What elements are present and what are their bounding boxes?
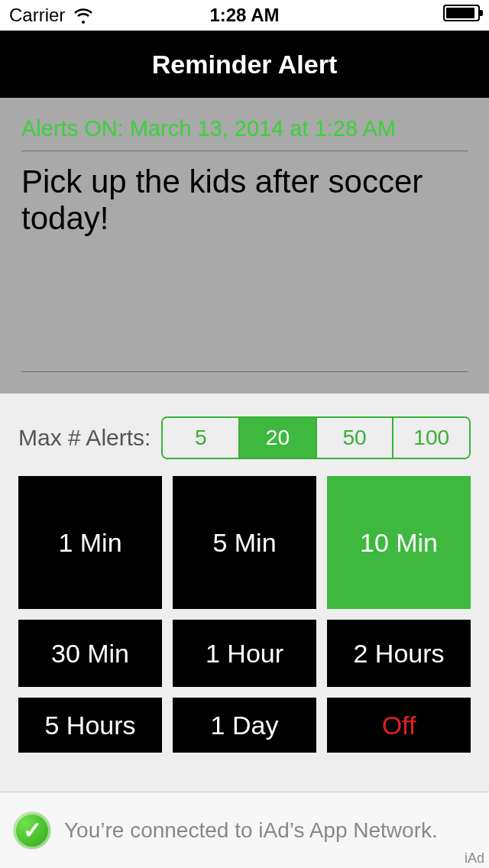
- nav-bar: Reminder Alert: [0, 31, 489, 98]
- alerts-status: Alerts ON: March 13, 2014 at 1:28 AM: [21, 116, 468, 141]
- interval-grid: 1 Min 5 Min 10 Min 30 Min 1 Hour 2 Hours…: [18, 476, 471, 753]
- interval-1-hour[interactable]: 1 Hour: [173, 620, 316, 687]
- status-bar: Carrier 1:28 AM: [0, 0, 489, 31]
- max-alerts-option-100[interactable]: 100: [393, 418, 469, 458]
- carrier-label: Carrier: [9, 5, 65, 26]
- ad-banner[interactable]: ✓ You’re connected to iAd’s App Network.…: [0, 792, 489, 868]
- iad-label: iAd: [465, 850, 484, 866]
- max-alerts-segmented[interactable]: 5 20 50 100: [161, 416, 471, 459]
- wifi-icon: [73, 7, 94, 24]
- divider: [21, 371, 468, 372]
- interval-off[interactable]: Off: [327, 698, 471, 753]
- interval-30-min[interactable]: 30 Min: [18, 620, 162, 687]
- interval-10-min[interactable]: 10 Min: [327, 476, 471, 609]
- controls-panel: Max # Alerts: 5 20 50 100 1 Min 5 Min 10…: [0, 394, 489, 753]
- max-alerts-option-20[interactable]: 20: [240, 418, 317, 458]
- max-alerts-label: Max # Alerts:: [18, 425, 151, 451]
- reminder-text: Pick up the kids after soccer today!: [21, 164, 468, 362]
- status-time: 1:28 AM: [209, 5, 279, 26]
- interval-1-min[interactable]: 1 Min: [18, 476, 162, 609]
- battery-icon: [443, 5, 480, 26]
- ad-text: You’re connected to iAd’s App Network.: [64, 818, 438, 843]
- interval-5-hours[interactable]: 5 Hours: [18, 698, 162, 753]
- check-icon: ✓: [14, 812, 50, 849]
- interval-2-hours[interactable]: 2 Hours: [327, 620, 471, 687]
- interval-1-day[interactable]: 1 Day: [173, 698, 316, 753]
- max-alerts-option-5[interactable]: 5: [163, 418, 240, 458]
- status-left: Carrier: [9, 5, 94, 26]
- max-alerts-option-50[interactable]: 50: [317, 418, 394, 458]
- page-title: Reminder Alert: [152, 50, 337, 79]
- reminder-info-panel: Alerts ON: March 13, 2014 at 1:28 AM Pic…: [0, 98, 489, 394]
- divider: [21, 151, 468, 151]
- interval-5-min[interactable]: 5 Min: [173, 476, 316, 609]
- max-alerts-row: Max # Alerts: 5 20 50 100: [18, 416, 471, 459]
